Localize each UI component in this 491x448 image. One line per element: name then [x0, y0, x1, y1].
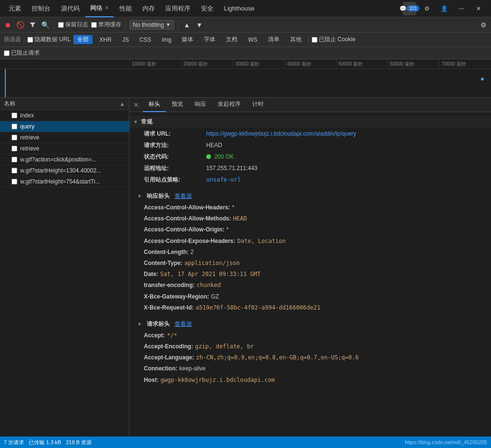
- filter-btn-js[interactable]: JS: [118, 36, 133, 44]
- preserve-log-checkbox-label[interactable]: 保留日志: [58, 21, 88, 29]
- general-triangle-icon: ▼: [133, 119, 138, 125]
- req-header-row-1: Accept-Encoding: gzip, deflate, br: [129, 341, 491, 352]
- general-status-text: 200 OK: [214, 152, 234, 161]
- disable-cache-checkbox-label[interactable]: 禁用缓存: [91, 21, 121, 29]
- file-item-wgif2-checkbox[interactable]: [12, 168, 17, 173]
- close-icon: ✕: [476, 5, 481, 12]
- nav-console[interactable]: 控制台: [27, 0, 55, 17]
- detail-tab-response[interactable]: 响应: [189, 98, 212, 112]
- response-headers-triangle-icon[interactable]: ▼: [137, 194, 142, 199]
- resp-header-val-7: chunked: [197, 281, 221, 290]
- detail-tab-preview[interactable]: 预览: [166, 98, 189, 112]
- nav-memory[interactable]: 内存: [138, 0, 160, 17]
- network-settings-button[interactable]: ⚙: [479, 20, 488, 30]
- general-remote-key: 远程地址:: [144, 164, 206, 172]
- file-item-retrieve1-checkbox[interactable]: [12, 135, 17, 140]
- timeline-content: [0, 69, 491, 98]
- filter-btn-xhr[interactable]: XHR: [95, 36, 115, 44]
- general-method-key: 请求方法:: [144, 141, 206, 149]
- file-list-header: 名称 ▲: [0, 98, 129, 110]
- general-referrer-row: 引用站点策略: unsafe-url: [129, 174, 491, 185]
- filter-btn-other[interactable]: 其他: [286, 35, 305, 44]
- hide-data-url-checkbox[interactable]: [27, 37, 33, 43]
- file-item-query[interactable]: query: [0, 121, 129, 132]
- blocked-requests-label[interactable]: 已阻止请求: [4, 49, 40, 57]
- general-method-row: 请求方法: HEAD: [129, 139, 491, 151]
- file-item-wgif-3[interactable]: w.gif?startHeight=754&startTi...: [0, 176, 129, 187]
- nav-network-close[interactable]: ✕: [105, 5, 109, 11]
- toolbar-separator-3: [178, 20, 178, 30]
- filter-btn-css[interactable]: CSS: [136, 36, 155, 44]
- general-remote-row: 远程地址: 157.255.71.211:443: [129, 162, 491, 174]
- filter-btn-ws[interactable]: WS: [244, 36, 261, 44]
- detail-tab-headers[interactable]: 标头: [143, 98, 166, 112]
- filter-button[interactable]: [28, 20, 37, 30]
- status-link[interactable]: https://blog.csdn.net/m0_45200205: [405, 439, 487, 445]
- file-item-retrieve-1[interactable]: retrieve: [0, 132, 129, 143]
- file-item-index-checkbox[interactable]: [12, 113, 17, 118]
- resp-header-val-2: *: [226, 225, 229, 234]
- request-headers-view-source[interactable]: 查看源: [175, 320, 192, 328]
- file-item-retrieve-2[interactable]: retrieve: [0, 143, 129, 154]
- file-item-index[interactable]: index: [0, 110, 129, 121]
- timeline-mark-6: 70000 毫秒: [439, 59, 491, 69]
- throttle-select[interactable]: No throttling ▼: [129, 20, 174, 30]
- nav-security[interactable]: 安全: [196, 0, 218, 17]
- blocked-requests-checkbox[interactable]: [4, 50, 10, 56]
- nav-application[interactable]: 应用程序: [161, 0, 195, 17]
- toolbar-separator-1: [54, 20, 54, 30]
- file-item-retrieve2-checkbox[interactable]: [12, 146, 17, 151]
- sort-icon[interactable]: ▲: [119, 101, 125, 107]
- file-item-wgif-1[interactable]: w.gif?action=click&position=...: [0, 154, 129, 165]
- filter-btn-doc[interactable]: 文档: [222, 35, 241, 44]
- nav-network[interactable]: 网络 ✕: [85, 0, 114, 17]
- response-headers-view-source[interactable]: 查看源: [175, 192, 192, 200]
- timeline-mark-3: 40000 毫秒: [284, 59, 336, 69]
- block-cookie-label[interactable]: 已阻止 Cookie: [312, 35, 356, 44]
- settings-button[interactable]: ⚙: [420, 2, 433, 15]
- export-button[interactable]: ▼: [195, 20, 204, 30]
- general-url-val[interactable]: https://gwgp-kk6owjrbujz.i.bdcloudapi.co…: [206, 129, 356, 138]
- search-button[interactable]: 🔍: [40, 20, 50, 30]
- timeline-mark-4: 50000 毫秒: [336, 59, 388, 69]
- close-devtools-button[interactable]: ✕: [472, 2, 485, 15]
- preserve-log-checkbox[interactable]: [58, 22, 64, 28]
- nav-performance[interactable]: 性能: [115, 0, 137, 17]
- clear-button[interactable]: 🚫: [15, 20, 25, 30]
- nav-sources[interactable]: 源代码: [56, 0, 84, 17]
- detail-tab-initiator[interactable]: 发起程序: [212, 98, 246, 112]
- resp-header-val-9: a519e76f-58bc-4f02-a994-dd166006de21: [196, 303, 320, 312]
- more-button[interactable]: ⋯: [455, 2, 468, 15]
- filter-btn-manifest[interactable]: 清单: [264, 35, 283, 44]
- request-headers-triangle-icon[interactable]: ▼: [137, 322, 142, 327]
- resp-header-key-4: Content-Length:: [144, 248, 188, 257]
- general-section-header[interactable]: ▼ 常规: [129, 116, 491, 128]
- file-item-wgif3-checkbox[interactable]: [12, 179, 17, 184]
- timeline-mark-2: 30000 毫秒: [233, 59, 284, 69]
- file-item-wgif-2[interactable]: w.gif?startHeight=1304.40002...: [0, 165, 129, 176]
- chat-button[interactable]: 💬 101: [403, 2, 416, 15]
- filter-btn-media[interactable]: 媒体: [178, 35, 197, 44]
- import-button[interactable]: ▲: [182, 20, 192, 30]
- block-cookie-checkbox[interactable]: [312, 37, 317, 43]
- filter-btn-img[interactable]: Img: [158, 36, 175, 44]
- file-item-query-checkbox[interactable]: [12, 124, 17, 129]
- disable-cache-checkbox[interactable]: [91, 22, 97, 28]
- detail-close-button[interactable]: ✕: [133, 101, 139, 109]
- response-headers-header: ▼ 响应标头 查看源: [129, 189, 491, 202]
- filter-btn-font[interactable]: 字体: [200, 35, 219, 44]
- nav-lighthouse[interactable]: Lighthouse: [219, 0, 259, 17]
- hide-data-url-label[interactable]: 隐藏数据 URL: [27, 35, 70, 44]
- req-header-row-4: Host: gwgp-kk6owjrbujz.i.bdcloudapi.com: [129, 375, 491, 386]
- general-status-row: 状态代码: 200 OK: [129, 151, 491, 162]
- file-item-wgif1-checkbox[interactable]: [12, 157, 17, 162]
- record-button[interactable]: ⏺: [3, 20, 12, 30]
- resp-header-key-6: Date:: [144, 270, 158, 279]
- profile-button[interactable]: 👤: [437, 2, 451, 15]
- detail-tab-timing[interactable]: 计时: [246, 98, 269, 112]
- nav-elements[interactable]: 元素: [4, 0, 26, 17]
- req-header-val-3: keep-alive: [179, 364, 206, 373]
- filter-btn-all[interactable]: 全部: [73, 35, 93, 44]
- filter-bar: 筛选器 隐藏数据 URL 全部 XHR JS CSS Img 媒体 字体 文档 …: [0, 33, 491, 47]
- req-header-key-4: Host:: [144, 376, 159, 385]
